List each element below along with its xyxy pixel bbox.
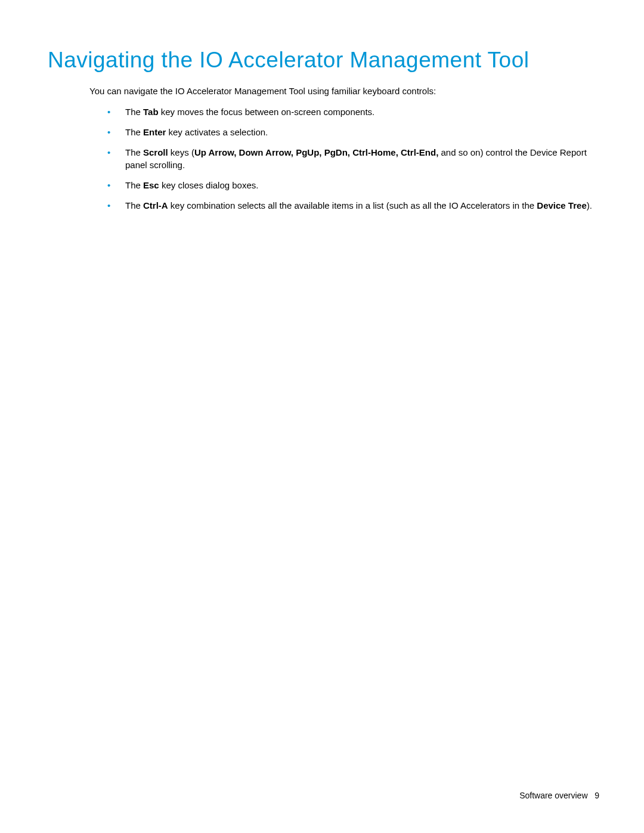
- page-footer: Software overview 9: [519, 791, 599, 800]
- text-run: The: [125, 107, 143, 117]
- text-run: The: [125, 127, 143, 137]
- text-run: The: [125, 180, 143, 190]
- intro-paragraph: You can navigate the IO Accelerator Mana…: [89, 85, 608, 97]
- bullet-list: The Tab key moves the focus between on-s…: [107, 106, 608, 212]
- key-name: Scroll: [143, 147, 168, 157]
- footer-page-number: 9: [595, 791, 599, 800]
- key-name: Up Arrow, Down Arrow, PgUp, PgDn, Ctrl-H…: [194, 147, 438, 157]
- text-run: key activates a selection.: [166, 127, 268, 137]
- page-heading: Navigating the IO Accelerator Management…: [48, 48, 608, 73]
- text-run: The: [125, 200, 143, 210]
- text-run: ).: [587, 200, 592, 210]
- text-run: key combination selects all the availabl…: [168, 200, 537, 210]
- list-item: The Tab key moves the focus between on-s…: [107, 106, 608, 119]
- list-item: The Scroll keys (Up Arrow, Down Arrow, P…: [107, 146, 608, 172]
- text-run: key moves the focus between on-screen co…: [159, 107, 375, 117]
- key-name: Esc: [143, 180, 159, 190]
- text-run: keys (: [168, 147, 194, 157]
- document-page: Navigating the IO Accelerator Management…: [0, 0, 644, 833]
- text-run: The: [125, 147, 143, 157]
- list-item: The Esc key closes dialog boxes.: [107, 179, 608, 192]
- key-name: Enter: [143, 127, 166, 137]
- text-run: key closes dialog boxes.: [159, 180, 259, 190]
- key-name: Ctrl-A: [143, 200, 168, 210]
- list-item: The Ctrl-A key combination selects all t…: [107, 199, 608, 212]
- key-name: Tab: [143, 107, 159, 117]
- key-name: Device Tree: [537, 200, 586, 210]
- footer-section: Software overview: [519, 791, 587, 800]
- list-item: The Enter key activates a selection.: [107, 126, 608, 139]
